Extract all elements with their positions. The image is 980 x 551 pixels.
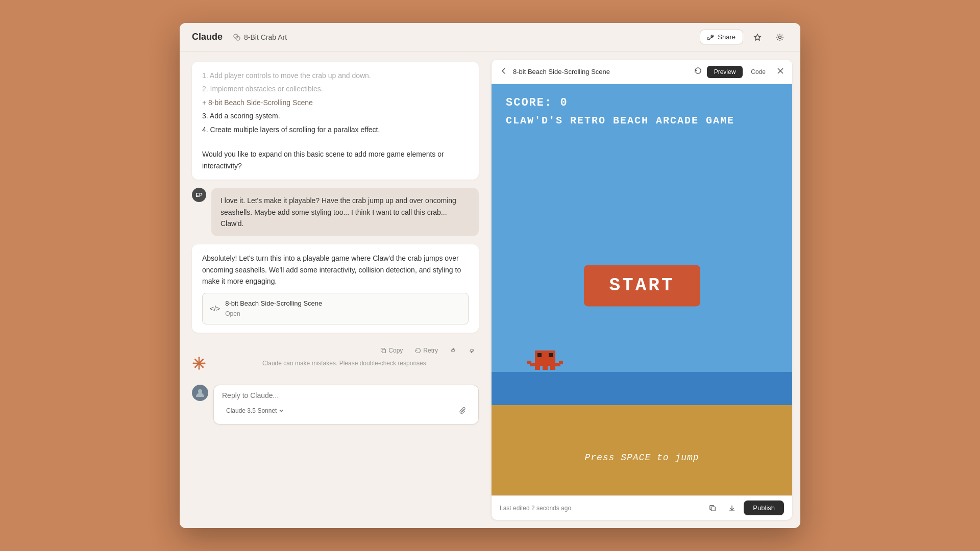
settings-icon	[776, 33, 784, 41]
settings-button[interactable]	[772, 29, 788, 45]
close-preview-button[interactable]	[777, 67, 784, 77]
artifact-info: 8-bit Beach Side-Scrolling Scene Open	[225, 298, 322, 319]
user-bubble-1: I love it. Let's make it playable? Have …	[211, 188, 479, 236]
share-label: Share	[718, 33, 736, 41]
copy-button[interactable]: Copy	[376, 345, 407, 356]
share-button[interactable]: Share	[700, 30, 743, 44]
project-name: 8-Bit Crab Art	[244, 33, 287, 41]
list-item-3: + 8-bit Beach Side-Scrolling Scene	[202, 97, 469, 108]
preview-panel: 8-bit Beach Side-Scrolling Scene Preview…	[491, 60, 792, 520]
svg-rect-24	[712, 507, 716, 511]
svg-marker-2	[754, 34, 761, 40]
app-logo: Claude	[192, 32, 223, 42]
svg-point-7	[193, 363, 194, 364]
disclaimer-text: Claude can make mistakes. Please double-…	[211, 360, 479, 367]
svg-point-5	[199, 357, 200, 359]
game-canvas: SCORE: 0 CLAW'D'S RETRO BEACH ARCADE GAM…	[492, 84, 792, 495]
svg-point-9	[194, 359, 196, 360]
download-icon	[728, 505, 736, 512]
svg-rect-18	[527, 361, 531, 364]
retry-button[interactable]: Retry	[411, 345, 442, 356]
back-button[interactable]	[500, 67, 508, 77]
artifact-title: 8-bit Beach Side-Scrolling Scene	[225, 298, 322, 309]
attach-button[interactable]	[456, 404, 470, 418]
svg-point-10	[202, 366, 204, 368]
svg-point-12	[194, 366, 196, 368]
svg-point-8	[204, 363, 206, 364]
crab-sprite	[527, 345, 563, 376]
tab-code[interactable]: Code	[744, 66, 773, 78]
refresh-icon	[694, 67, 702, 74]
project-info: 8-Bit Crab Art	[233, 33, 287, 41]
publish-button[interactable]: Publish	[744, 500, 784, 515]
header-actions: Share	[700, 29, 788, 45]
preview-footer: Last edited 2 seconds ago Publish	[492, 495, 792, 520]
list-item-2: 2. Implement obstacles or collectibles.	[202, 83, 469, 94]
last-edited: Last edited 2 seconds ago	[500, 505, 705, 512]
crab-svg	[527, 345, 563, 376]
copy-artifact-button[interactable]	[705, 500, 720, 516]
tab-preview[interactable]: Preview	[707, 66, 743, 78]
refresh-button[interactable]	[694, 67, 702, 77]
svg-rect-4	[382, 349, 386, 353]
code-artifact[interactable]: </> 8-bit Beach Side-Scrolling Scene Ope…	[202, 293, 469, 324]
svg-point-3	[779, 36, 781, 38]
svg-rect-14	[535, 350, 555, 366]
model-selector[interactable]: Claude 3.5 Sonnet	[222, 405, 288, 416]
retry-icon	[415, 347, 421, 354]
back-icon	[500, 67, 508, 75]
press-space-text: Press SPACE to jump	[584, 453, 699, 463]
svg-point-13	[198, 389, 202, 393]
user-avatar-small	[192, 385, 208, 401]
assistant-message-1: 1. Add player controls to move the crab …	[192, 62, 479, 180]
paperclip-icon	[459, 407, 467, 414]
claude-thinking-row: Claude can make mistakes. Please double-…	[192, 356, 479, 370]
thumbs-up-icon	[450, 347, 456, 354]
preview-title: 8-bit Beach Side-Scrolling Scene	[513, 68, 694, 76]
main-window: Claude 8-Bit Crab Art Share	[180, 23, 800, 528]
content-area: 1. Add player controls to move the crab …	[180, 52, 800, 528]
input-bottom: Claude 3.5 Sonnet	[222, 404, 470, 418]
footer-actions: Publish	[705, 500, 784, 516]
download-button[interactable]	[724, 500, 740, 516]
svg-point-11	[202, 359, 204, 360]
list-item-1: 1. Add player controls to move the crab …	[202, 70, 469, 81]
svg-rect-22	[543, 366, 548, 370]
model-label: Claude 3.5 Sonnet	[226, 407, 277, 414]
svg-point-6	[199, 368, 200, 370]
close-icon	[777, 67, 784, 74]
code-icon: </>	[210, 303, 220, 314]
header: Claude 8-Bit Crab Art Share	[180, 23, 800, 52]
chat-input-area: Claude 3.5 Sonnet	[192, 377, 479, 435]
preview-header: 8-bit Beach Side-Scrolling Scene Preview…	[492, 60, 792, 84]
copy-label: Copy	[388, 347, 403, 354]
preview-tabs: Preview Code	[707, 66, 773, 78]
thumbs-down-button[interactable]	[464, 345, 479, 356]
chat-input-row: Claude 3.5 Sonnet	[192, 385, 479, 424]
retry-label: Retry	[423, 347, 438, 354]
thumbs-down-icon	[469, 347, 475, 354]
svg-rect-15	[537, 353, 542, 357]
user-message-row-1: EP I love it. Let's make it playable? Ha…	[192, 188, 479, 236]
assistant-followup: Would you like to expand on this basic s…	[202, 148, 469, 171]
svg-rect-21	[535, 366, 540, 370]
message-actions: Copy Retry	[192, 345, 479, 356]
copy-icon	[380, 347, 386, 354]
input-box: Claude 3.5 Sonnet	[213, 385, 479, 424]
svg-rect-16	[549, 353, 553, 357]
star-button[interactable]	[749, 29, 766, 45]
start-button[interactable]: START	[583, 265, 700, 306]
chat-input[interactable]	[222, 391, 470, 399]
list-item-5: 4. Create multiple layers of scrolling f…	[202, 124, 469, 135]
user-initials: EP	[195, 192, 202, 198]
copy-artifact-icon	[709, 505, 716, 512]
game-score: SCORE: 0	[506, 96, 568, 109]
project-icon	[233, 33, 241, 41]
star-icon	[753, 33, 762, 41]
user-avatar: EP	[192, 188, 206, 202]
assistant-message-2: Absolutely! Let's turn this into a playa…	[192, 244, 479, 333]
game-sand	[492, 405, 792, 495]
thumbs-up-button[interactable]	[446, 345, 460, 356]
svg-rect-23	[550, 366, 555, 370]
svg-rect-20	[559, 361, 563, 364]
